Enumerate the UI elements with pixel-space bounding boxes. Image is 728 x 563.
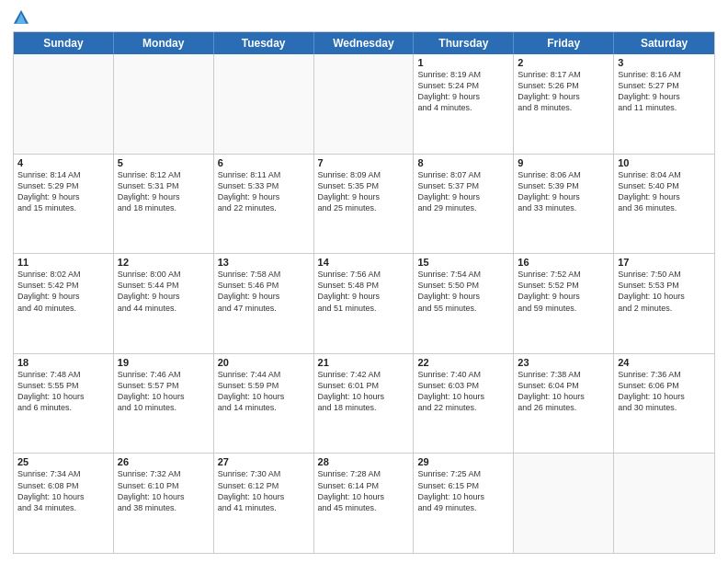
calendar-row: 25Sunrise: 7:34 AM Sunset: 6:08 PM Dayli…: [14, 454, 714, 553]
calendar-row: 11Sunrise: 8:02 AM Sunset: 5:42 PM Dayli…: [14, 254, 714, 354]
calendar-cell: [214, 54, 314, 154]
day-number: 2: [518, 57, 609, 68]
calendar-cell: 8Sunrise: 8:07 AM Sunset: 5:37 PM Daylig…: [414, 155, 514, 254]
day-number: 28: [318, 456, 410, 467]
day-number: 7: [318, 157, 410, 168]
day-number: 17: [618, 257, 711, 268]
day-info: Sunrise: 8:14 AM Sunset: 5:29 PM Dayligh…: [17, 169, 109, 214]
day-info: Sunrise: 7:30 AM Sunset: 6:12 PM Dayligh…: [218, 468, 310, 513]
calendar-cell: 18Sunrise: 7:48 AM Sunset: 5:55 PM Dayli…: [14, 354, 114, 454]
day-info: Sunrise: 8:19 AM Sunset: 5:24 PM Dayligh…: [417, 69, 509, 114]
day-number: 18: [17, 357, 109, 368]
day-info: Sunrise: 8:09 AM Sunset: 5:35 PM Dayligh…: [318, 169, 410, 214]
day-info: Sunrise: 8:02 AM Sunset: 5:42 PM Dayligh…: [17, 269, 109, 314]
calendar-cell: 17Sunrise: 7:50 AM Sunset: 5:53 PM Dayli…: [614, 254, 714, 353]
day-info: Sunrise: 7:54 AM Sunset: 5:50 PM Dayligh…: [417, 269, 509, 314]
day-info: Sunrise: 7:34 AM Sunset: 6:08 PM Dayligh…: [17, 468, 109, 513]
calendar-cell: 1Sunrise: 8:19 AM Sunset: 5:24 PM Daylig…: [414, 54, 514, 154]
day-info: Sunrise: 8:07 AM Sunset: 5:37 PM Dayligh…: [417, 169, 509, 214]
calendar-cell: 6Sunrise: 8:11 AM Sunset: 5:33 PM Daylig…: [214, 155, 314, 254]
header: [13, 9, 715, 26]
calendar-cell: 13Sunrise: 7:58 AM Sunset: 5:46 PM Dayli…: [214, 254, 314, 353]
day-number: 13: [218, 257, 310, 268]
day-info: Sunrise: 8:06 AM Sunset: 5:39 PM Dayligh…: [518, 169, 609, 214]
day-info: Sunrise: 7:28 AM Sunset: 6:14 PM Dayligh…: [318, 468, 410, 513]
day-info: Sunrise: 7:38 AM Sunset: 6:04 PM Dayligh…: [518, 369, 609, 414]
calendar-cell: 16Sunrise: 7:52 AM Sunset: 5:52 PM Dayli…: [514, 254, 614, 353]
calendar-cell: 23Sunrise: 7:38 AM Sunset: 6:04 PM Dayli…: [514, 354, 614, 454]
calendar-header-cell: Wednesday: [314, 32, 415, 54]
day-number: 14: [318, 257, 410, 268]
calendar-cell: 14Sunrise: 7:56 AM Sunset: 5:48 PM Dayli…: [314, 254, 415, 353]
calendar-cell: 19Sunrise: 7:46 AM Sunset: 5:57 PM Dayli…: [114, 354, 214, 454]
day-info: Sunrise: 7:42 AM Sunset: 6:01 PM Dayligh…: [318, 369, 410, 414]
day-number: 21: [318, 357, 410, 368]
calendar-cell: 2Sunrise: 8:17 AM Sunset: 5:26 PM Daylig…: [514, 54, 614, 154]
calendar-row: 18Sunrise: 7:48 AM Sunset: 5:55 PM Dayli…: [14, 354, 714, 454]
calendar-cell: 11Sunrise: 8:02 AM Sunset: 5:42 PM Dayli…: [14, 254, 114, 353]
calendar-cell: 7Sunrise: 8:09 AM Sunset: 5:35 PM Daylig…: [314, 155, 415, 254]
day-info: Sunrise: 7:44 AM Sunset: 5:59 PM Dayligh…: [218, 369, 310, 414]
day-info: Sunrise: 8:17 AM Sunset: 5:26 PM Dayligh…: [518, 69, 609, 114]
calendar-header-cell: Thursday: [414, 32, 514, 54]
day-info: Sunrise: 7:40 AM Sunset: 6:03 PM Dayligh…: [417, 369, 509, 414]
day-info: Sunrise: 8:00 AM Sunset: 5:44 PM Dayligh…: [118, 269, 210, 314]
day-info: Sunrise: 7:58 AM Sunset: 5:46 PM Dayligh…: [218, 269, 310, 314]
day-info: Sunrise: 8:16 AM Sunset: 5:27 PM Dayligh…: [618, 69, 711, 114]
day-info: Sunrise: 8:11 AM Sunset: 5:33 PM Dayligh…: [218, 169, 310, 214]
calendar-header-cell: Saturday: [614, 32, 714, 54]
day-info: Sunrise: 7:56 AM Sunset: 5:48 PM Dayligh…: [318, 269, 410, 314]
day-info: Sunrise: 7:32 AM Sunset: 6:10 PM Dayligh…: [118, 468, 210, 513]
day-number: 29: [417, 456, 509, 467]
calendar-cell: [14, 54, 114, 154]
day-info: Sunrise: 7:50 AM Sunset: 5:53 PM Dayligh…: [618, 269, 711, 314]
day-number: 22: [417, 357, 509, 368]
day-info: Sunrise: 7:52 AM Sunset: 5:52 PM Dayligh…: [518, 269, 609, 314]
calendar-cell: 3Sunrise: 8:16 AM Sunset: 5:27 PM Daylig…: [614, 54, 714, 154]
calendar-cell: 5Sunrise: 8:12 AM Sunset: 5:31 PM Daylig…: [114, 155, 214, 254]
calendar: SundayMondayTuesdayWednesdayThursdayFrid…: [13, 31, 715, 554]
day-number: 11: [17, 257, 109, 268]
day-info: Sunrise: 7:46 AM Sunset: 5:57 PM Dayligh…: [118, 369, 210, 414]
calendar-cell: 28Sunrise: 7:28 AM Sunset: 6:14 PM Dayli…: [314, 454, 415, 553]
day-number: 16: [518, 257, 609, 268]
day-info: Sunrise: 7:48 AM Sunset: 5:55 PM Dayligh…: [17, 369, 109, 414]
calendar-cell: 10Sunrise: 8:04 AM Sunset: 5:40 PM Dayli…: [614, 155, 714, 254]
calendar-row: 1Sunrise: 8:19 AM Sunset: 5:24 PM Daylig…: [14, 54, 714, 155]
day-number: 4: [17, 157, 109, 168]
calendar-cell: 27Sunrise: 7:30 AM Sunset: 6:12 PM Dayli…: [214, 454, 314, 553]
day-number: 26: [118, 456, 210, 467]
logo: [13, 9, 33, 26]
calendar-row: 4Sunrise: 8:14 AM Sunset: 5:29 PM Daylig…: [14, 155, 714, 255]
calendar-header-row: SundayMondayTuesdayWednesdayThursdayFrid…: [14, 32, 714, 54]
calendar-cell: 12Sunrise: 8:00 AM Sunset: 5:44 PM Dayli…: [114, 254, 214, 353]
day-info: Sunrise: 7:36 AM Sunset: 6:06 PM Dayligh…: [618, 369, 711, 414]
calendar-cell: [114, 54, 214, 154]
day-info: Sunrise: 8:04 AM Sunset: 5:40 PM Dayligh…: [618, 169, 711, 214]
calendar-cell: [614, 454, 714, 553]
day-info: Sunrise: 8:12 AM Sunset: 5:31 PM Dayligh…: [118, 169, 210, 214]
calendar-header-cell: Friday: [514, 32, 614, 54]
calendar-cell: [514, 454, 614, 553]
calendar-cell: 4Sunrise: 8:14 AM Sunset: 5:29 PM Daylig…: [14, 155, 114, 254]
day-number: 25: [17, 456, 109, 467]
calendar-cell: 21Sunrise: 7:42 AM Sunset: 6:01 PM Dayli…: [314, 354, 415, 454]
day-number: 1: [417, 57, 509, 68]
calendar-header-cell: Tuesday: [214, 32, 314, 54]
day-number: 10: [618, 157, 711, 168]
day-number: 20: [218, 357, 310, 368]
day-number: 3: [618, 57, 711, 68]
calendar-cell: 25Sunrise: 7:34 AM Sunset: 6:08 PM Dayli…: [14, 454, 114, 553]
calendar-cell: 15Sunrise: 7:54 AM Sunset: 5:50 PM Dayli…: [414, 254, 514, 353]
day-info: Sunrise: 7:25 AM Sunset: 6:15 PM Dayligh…: [417, 468, 509, 513]
day-number: 6: [218, 157, 310, 168]
logo-icon: [13, 9, 29, 26]
calendar-cell: 9Sunrise: 8:06 AM Sunset: 5:39 PM Daylig…: [514, 155, 614, 254]
calendar-cell: 24Sunrise: 7:36 AM Sunset: 6:06 PM Dayli…: [614, 354, 714, 454]
day-number: 27: [218, 456, 310, 467]
day-number: 23: [518, 357, 609, 368]
calendar-body: 1Sunrise: 8:19 AM Sunset: 5:24 PM Daylig…: [14, 54, 714, 553]
day-number: 9: [518, 157, 609, 168]
calendar-cell: 22Sunrise: 7:40 AM Sunset: 6:03 PM Dayli…: [414, 354, 514, 454]
calendar-cell: 29Sunrise: 7:25 AM Sunset: 6:15 PM Dayli…: [414, 454, 514, 553]
